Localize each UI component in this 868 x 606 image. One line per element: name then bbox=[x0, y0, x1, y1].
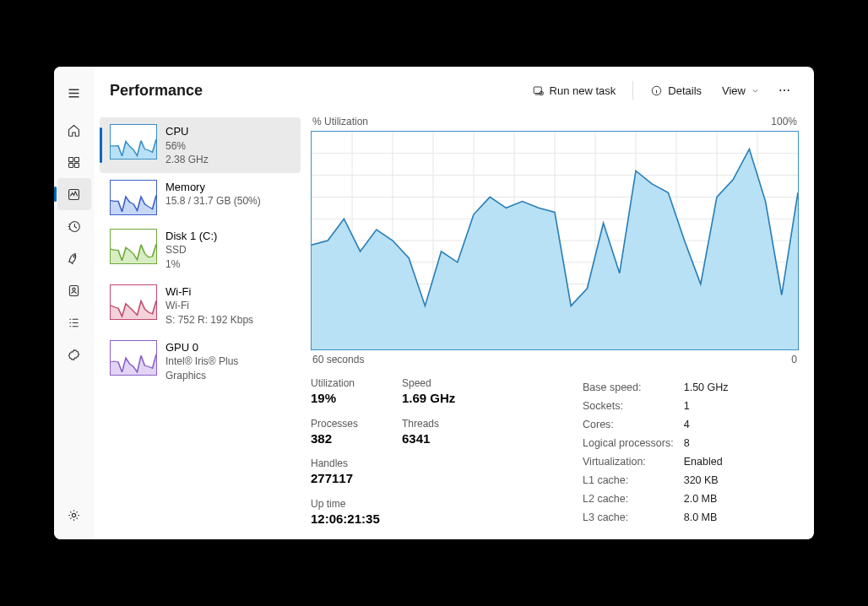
stat-threads: Threads6341 bbox=[402, 418, 469, 448]
disk-thumb bbox=[110, 229, 157, 264]
sidebar-item-memory[interactable]: Memory15.8 / 31.7 GB (50%) bbox=[100, 173, 301, 222]
spec-row: L3 cache:8.0 MB bbox=[583, 509, 737, 526]
spec-row: Base speed:1.50 GHz bbox=[583, 379, 737, 396]
run-task-icon bbox=[532, 84, 545, 97]
nav-home[interactable] bbox=[57, 114, 91, 146]
svg-rect-1 bbox=[74, 157, 79, 161]
chart-xlabel-left: 60 seconds bbox=[312, 354, 364, 365]
stats-right: Base speed:1.50 GHzSockets:1Cores:4Logic… bbox=[581, 377, 739, 528]
stat-processes: Processes382 bbox=[311, 418, 378, 448]
nav-users[interactable] bbox=[57, 274, 91, 306]
details-button[interactable]: Details bbox=[642, 77, 710, 104]
nav-performance[interactable] bbox=[57, 178, 91, 210]
sidebar-item-label: Memory15.8 / 31.7 GB (50%) bbox=[165, 180, 261, 215]
spec-row: Logical processors:8 bbox=[583, 435, 737, 452]
stat-speed: Speed1.69 GHz bbox=[402, 377, 469, 408]
stats-section: Utilization19%Speed1.69 GHzProcesses382T… bbox=[311, 377, 799, 528]
svg-rect-0 bbox=[69, 157, 73, 161]
sidebar-item-gpu[interactable]: GPU 0Intel® Iris® PlusGraphics bbox=[100, 333, 301, 389]
chart-ymax: 100% bbox=[771, 116, 797, 127]
cpu-chart bbox=[311, 131, 799, 350]
svg-point-6 bbox=[73, 255, 76, 257]
svg-rect-3 bbox=[74, 163, 79, 167]
spec-row: L2 cache:2.0 MB bbox=[583, 490, 737, 507]
chevron-down-icon bbox=[751, 86, 760, 95]
perf-sidebar: CPU56%2.38 GHzMemory15.8 / 31.7 GB (50%)… bbox=[95, 114, 306, 539]
view-dropdown[interactable]: View bbox=[713, 77, 768, 104]
sidebar-item-cpu[interactable]: CPU56%2.38 GHz bbox=[100, 117, 301, 173]
separator bbox=[632, 81, 633, 100]
cpu-thumb bbox=[110, 124, 157, 160]
sidebar-item-label: Wi-FiWi-FiS: 752 R: 192 Kbps bbox=[165, 284, 253, 327]
header-actions: Run new task Details View ⋯ bbox=[524, 77, 799, 104]
svg-rect-10 bbox=[534, 87, 541, 94]
task-manager-window: Performance Run new task Details View ⋯ bbox=[54, 67, 814, 539]
hamburger-button[interactable] bbox=[57, 77, 91, 109]
stat-up-time: Up time12:06:21:35 bbox=[311, 498, 463, 528]
spec-row: L1 cache:320 KB bbox=[583, 472, 737, 489]
sidebar-item-disk[interactable]: Disk 1 (C:)SSD1% bbox=[100, 222, 301, 278]
chart-ylabel: % Utilization bbox=[312, 116, 368, 127]
page-title: Performance bbox=[110, 82, 203, 100]
more-button[interactable]: ⋯ bbox=[772, 84, 799, 97]
nav-rail bbox=[54, 67, 95, 539]
memory-thumb bbox=[110, 180, 157, 215]
svg-rect-2 bbox=[69, 163, 73, 167]
sidebar-item-wifi[interactable]: Wi-FiWi-FiS: 752 R: 192 Kbps bbox=[100, 278, 301, 333]
sidebar-item-label: GPU 0Intel® Iris® PlusGraphics bbox=[165, 340, 238, 382]
nav-services[interactable] bbox=[57, 338, 91, 371]
stat-utilization: Utilization19% bbox=[311, 377, 378, 408]
spec-row: Sockets:1 bbox=[583, 398, 737, 414]
nav-history[interactable] bbox=[57, 210, 91, 242]
nav-processes[interactable] bbox=[57, 146, 91, 178]
sidebar-item-label: Disk 1 (C:)SSD1% bbox=[165, 229, 217, 271]
svg-point-9 bbox=[72, 513, 75, 517]
nav-settings[interactable] bbox=[57, 499, 91, 531]
content-panel: % Utilization 100% 60 seconds 0 Utilizat… bbox=[306, 114, 814, 539]
chart-footer: 60 seconds 0 bbox=[311, 354, 799, 365]
chart-xlabel-right: 0 bbox=[791, 354, 797, 365]
chart-header: % Utilization 100% bbox=[311, 116, 799, 127]
info-icon bbox=[650, 84, 663, 97]
gpu-thumb bbox=[110, 340, 157, 376]
header: Performance Run new task Details View ⋯ bbox=[95, 67, 814, 114]
run-new-task-button[interactable]: Run new task bbox=[524, 77, 625, 104]
spec-row: Virtualization:Enabled bbox=[583, 453, 737, 470]
svg-point-8 bbox=[73, 288, 75, 290]
wifi-thumb bbox=[110, 284, 157, 320]
nav-startup[interactable] bbox=[57, 242, 91, 274]
main-column: Performance Run new task Details View ⋯ bbox=[95, 67, 814, 539]
spec-row: Cores:4 bbox=[583, 416, 737, 433]
nav-details[interactable] bbox=[57, 306, 91, 338]
stats-left: Utilization19%Speed1.69 GHzProcesses382T… bbox=[311, 377, 547, 528]
stat-handles: Handles277117 bbox=[311, 457, 378, 488]
sidebar-item-label: CPU56%2.38 GHz bbox=[165, 124, 209, 166]
